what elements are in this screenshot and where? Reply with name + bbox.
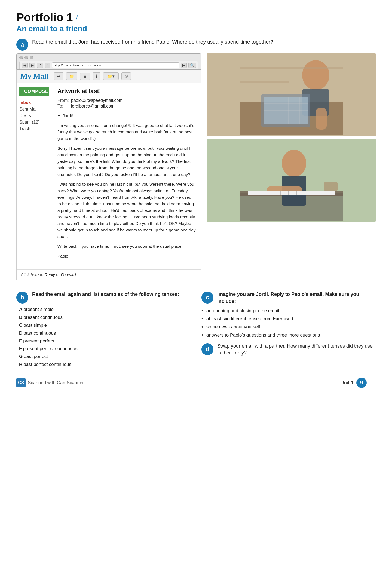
dots-indicator: ··· (369, 380, 376, 386)
section-a-text: Read the email that Jordi has received f… (32, 38, 273, 46)
section-c-label: c (201, 292, 213, 304)
email-paragraph-0: Hi Jordi! (57, 112, 196, 119)
list-item: an opening and closing to the email (201, 308, 376, 314)
page: Portfolio 1 / An email to a friend a Rea… (0, 0, 392, 575)
photo-student-1 (207, 53, 376, 136)
svg-point-2 (302, 60, 329, 90)
cs-icon: CS (16, 378, 26, 387)
email-subject: Artwork at last! (57, 88, 196, 95)
sidebar-item-trash[interactable]: Trash (19, 126, 49, 131)
reply-link[interactable]: Reply (45, 272, 55, 277)
list-item: Apresent simple (19, 306, 191, 313)
folder-btn[interactable]: 📁▾ (103, 72, 119, 80)
browser-dot-1 (19, 56, 23, 59)
settings-btn[interactable]: ⚙ (121, 72, 131, 80)
forward-link[interactable]: Forward (61, 272, 76, 277)
list-item: Dpast continuous (19, 330, 191, 337)
list-item: some news about yourself (201, 324, 376, 330)
to-label: To: (57, 104, 71, 109)
list-item: Cpast simple (19, 322, 191, 329)
delete-btn[interactable]: 🗑 (80, 73, 90, 80)
browser-back-btn[interactable]: ◀ (22, 63, 28, 68)
browser-home-btn[interactable]: ⌂ (45, 63, 50, 68)
section-c-bold-text: Imagine you are Jordi. Reply to Paolo's … (217, 292, 359, 304)
photo-student-2 (207, 139, 376, 222)
page-number: 9 (356, 378, 367, 388)
email-content: Artwork at last! From: paolo02@speedymai… (52, 83, 201, 267)
section-b-bold-text: Read the email again and list examples o… (32, 292, 179, 297)
svg-rect-11 (316, 108, 327, 130)
unit-label: Unit 1 (340, 380, 354, 386)
bottom-sections: b Read the email again and list examples… (16, 288, 376, 369)
svg-point-17 (282, 150, 306, 177)
email-paragraph-5: Paolo (57, 253, 196, 259)
page-footer: CS Scanned with CamScanner Unit 1 9 ··· (16, 375, 376, 388)
info-btn[interactable]: ℹ (93, 72, 100, 80)
sidebar-item-inbox[interactable]: Inbox (19, 100, 49, 105)
browser-dots (19, 56, 198, 59)
email-from-row: From: paolo02@speedymail.com (57, 98, 196, 103)
email-body-area: COMPOSE Inbox Sent Mail Drafts Spam (12)… (17, 83, 201, 267)
browser-refresh-btn[interactable]: ↺ (37, 63, 43, 68)
move-btn[interactable]: 📁 (66, 72, 77, 80)
email-paragraph-1: I'm writing you an email for a change! ©… (57, 122, 196, 142)
decorative-scribble: / (75, 13, 79, 22)
to-value: jordibarca@gmail.com (71, 104, 114, 109)
section-b-label: b (16, 292, 28, 304)
main-content-row: ◀ ▶ ↺ ⌂ ▶ 🔍 My Mail ↩ 📁 🗑 ℹ (16, 53, 376, 280)
bottom-left: b Read the email again and list examples… (16, 291, 191, 369)
browser-dot-2 (24, 56, 28, 59)
sidebar-divider (19, 134, 49, 134)
email-footer-text: Click here to Reply or Forward (21, 272, 76, 277)
student-photo-2-svg (207, 139, 376, 221)
section-b-text: Read the email again and list examples o… (32, 291, 179, 298)
list-item: Gpast perfect (19, 353, 191, 360)
sidebar-item-sent[interactable]: Sent Mail (19, 107, 49, 112)
browser-search-btn[interactable]: 🔍 (188, 63, 196, 68)
section-d-row: d Swap your email with a partner. How ma… (201, 343, 376, 356)
email-paragraph-2: Sorry I haven't sent you a message befor… (57, 145, 196, 178)
photos-column (201, 53, 376, 224)
browser-toolbar: ◀ ▶ ↺ ⌂ ▶ 🔍 (19, 61, 198, 69)
list-item: Epresent perfect (19, 338, 191, 344)
svg-rect-12 (240, 67, 343, 69)
sidebar-item-spam[interactable]: Spam (12) (19, 120, 49, 125)
title-row: Portfolio 1 / (16, 11, 376, 24)
unit-info: Unit 1 9 ··· (340, 378, 376, 388)
list-item: Fpresent perfect continuous (19, 345, 191, 352)
browser-forward-btn[interactable]: ▶ (29, 63, 35, 68)
browser-url-bar[interactable] (52, 62, 179, 68)
browser-dot-3 (30, 56, 33, 59)
compose-button[interactable]: COMPOSE (19, 87, 49, 96)
section-d-text: Swap your email with a partner. How many… (217, 343, 376, 356)
reply-btn[interactable]: ↩ (54, 72, 63, 80)
svg-rect-13 (240, 81, 289, 83)
email-paragraph-3: I was hoping to see you online last nigh… (57, 181, 196, 240)
tenses-list: Apresent simple Bpresent continuous Cpas… (16, 306, 191, 368)
list-item: Hpast perfect continuous (19, 361, 191, 368)
page-subtitle: An email to a friend (16, 25, 376, 33)
email-to-row: To: jordibarca@gmail.com (57, 104, 196, 109)
student-photo-1-svg (207, 53, 376, 135)
email-sidebar: COMPOSE Inbox Sent Mail Drafts Spam (12)… (17, 83, 52, 267)
list-item: at least six different tenses from Exerc… (201, 316, 376, 322)
bottom-right: c Imagine you are Jordi. Reply to Paolo'… (201, 291, 376, 369)
from-value: paolo02@speedymail.com (71, 98, 122, 103)
email-area: ◀ ▶ ↺ ⌂ ▶ 🔍 My Mail ↩ 📁 🗑 ℹ (16, 53, 201, 280)
email-client: My Mail ↩ 📁 🗑 ℹ 📁▾ ⚙ COMPOSE Inbox Sent … (16, 70, 201, 280)
page-title: Portfolio 1 (16, 11, 73, 24)
sidebar-item-drafts[interactable]: Drafts (19, 113, 49, 118)
from-label: From: (57, 98, 71, 103)
email-paragraph-4: Write back if you have time. If not, see… (57, 243, 196, 250)
scanner-branding: CS Scanned with CamScanner (16, 378, 84, 387)
browser-go-btn[interactable]: ▶ (181, 63, 187, 68)
svg-rect-20 (248, 191, 335, 195)
scanner-text: Scanned with CamScanner (28, 380, 84, 386)
list-item: Bpresent continuous (19, 314, 191, 321)
email-footer-bar: Click here to Reply or Forward (17, 269, 201, 280)
section-c-header: c Imagine you are Jordi. Reply to Paolo'… (201, 291, 376, 305)
mymail-logo: My Mail (20, 72, 48, 81)
list-item: answers to Paolo's questions and three m… (201, 332, 376, 338)
section-a-label: a (16, 39, 28, 51)
email-meta: From: paolo02@speedymail.com To: jordiba… (57, 98, 196, 109)
